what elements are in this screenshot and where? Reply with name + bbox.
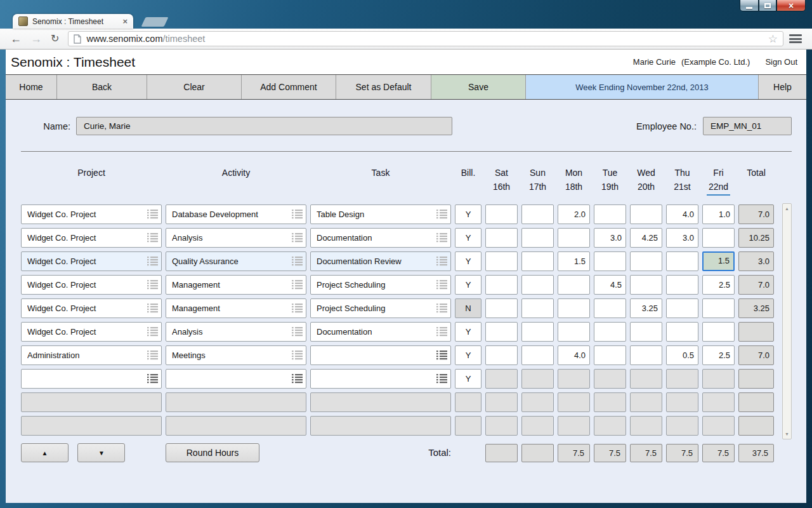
hours-cell[interactable] <box>702 228 735 248</box>
reload-icon[interactable]: ↻ <box>51 33 59 44</box>
billable-cell[interactable]: Y <box>455 275 481 295</box>
scroll-up-icon[interactable]: ▲ <box>783 206 791 211</box>
hours-cell[interactable] <box>630 204 662 224</box>
hours-cell[interactable] <box>485 228 518 248</box>
back-icon[interactable]: ← <box>10 33 22 44</box>
save-button[interactable]: Save <box>431 75 526 99</box>
hours-cell[interactable] <box>594 322 626 342</box>
close-button[interactable]: × <box>776 0 806 11</box>
hours-cell[interactable] <box>485 204 518 224</box>
activity-cell[interactable]: Analysis <box>166 322 306 342</box>
back-button[interactable]: Back <box>57 75 147 99</box>
hours-cell[interactable] <box>558 275 590 295</box>
hours-cell[interactable]: 1.5 <box>558 251 590 271</box>
hours-cell[interactable] <box>630 345 662 365</box>
hours-cell[interactable] <box>521 275 554 295</box>
maximize-button[interactable] <box>759 0 776 11</box>
hours-cell[interactable] <box>485 251 518 271</box>
hours-cell[interactable]: 0.5 <box>666 345 698 365</box>
hours-cell[interactable] <box>521 251 554 271</box>
list-icon[interactable] <box>292 233 303 243</box>
hours-cell[interactable] <box>521 345 554 365</box>
list-icon[interactable] <box>147 374 158 384</box>
hours-cell[interactable] <box>485 322 518 342</box>
list-icon[interactable] <box>147 210 158 219</box>
task-cell[interactable]: Documentation <box>310 322 451 342</box>
hours-cell[interactable] <box>666 275 698 295</box>
list-icon[interactable] <box>292 327 303 337</box>
activity-cell[interactable]: Database Development <box>166 204 306 224</box>
list-icon[interactable] <box>436 210 447 219</box>
list-icon[interactable] <box>292 351 303 360</box>
clear-button[interactable]: Clear <box>147 75 242 99</box>
hours-cell[interactable]: 4.5 <box>594 275 626 295</box>
list-icon[interactable] <box>436 304 447 313</box>
billable-cell[interactable]: Y <box>455 204 481 224</box>
bookmark-star-icon[interactable]: ☆ <box>768 32 778 46</box>
task-cell[interactable] <box>310 345 451 365</box>
minimize-button[interactable] <box>740 0 759 11</box>
round-hours-button[interactable]: Round Hours <box>166 443 259 462</box>
project-cell[interactable]: Widget Co. Project <box>21 251 162 271</box>
browser-tab[interactable]: Senomix : Timesheet × <box>13 14 133 29</box>
url-bar[interactable]: www.senomix.com/timesheet ☆ <box>68 31 783 46</box>
task-cell[interactable]: Project Scheduling <box>310 275 451 295</box>
list-icon[interactable] <box>436 233 447 243</box>
task-cell[interactable]: Documentation <box>310 228 451 248</box>
list-icon[interactable] <box>147 257 158 266</box>
hours-cell[interactable] <box>558 298 590 318</box>
hours-cell[interactable] <box>485 275 518 295</box>
hours-cell[interactable]: 2.0 <box>558 204 590 224</box>
billable-cell[interactable]: Y <box>455 345 481 365</box>
tab-close-icon[interactable]: × <box>122 17 128 26</box>
hours-cell[interactable] <box>594 251 626 271</box>
hours-cell[interactable] <box>666 322 698 342</box>
task-cell[interactable] <box>310 369 451 389</box>
project-cell[interactable]: Widget Co. Project <box>21 298 162 318</box>
hours-cell[interactable] <box>594 345 626 365</box>
billable-cell[interactable]: Y <box>455 251 481 271</box>
activity-cell[interactable]: Quality Assurance <box>166 251 306 271</box>
hours-cell[interactable] <box>702 298 735 318</box>
hours-cell[interactable] <box>558 322 590 342</box>
billable-cell[interactable]: Y <box>455 228 481 248</box>
list-icon[interactable] <box>436 351 447 360</box>
hours-cell[interactable]: 2.5 <box>702 275 735 295</box>
list-icon[interactable] <box>436 257 447 266</box>
move-row-down-button[interactable]: ▼ <box>77 443 125 462</box>
project-cell[interactable]: Widget Co. Project <box>21 275 162 295</box>
hours-cell-focused[interactable]: 1.5 <box>702 251 735 271</box>
hours-cell[interactable]: 1.0 <box>702 204 735 224</box>
hours-cell[interactable] <box>630 251 662 271</box>
hours-cell[interactable]: 4.25 <box>630 228 662 248</box>
hours-cell[interactable] <box>521 204 554 224</box>
activity-cell[interactable]: Management <box>166 298 306 318</box>
hours-cell[interactable] <box>485 298 518 318</box>
list-icon[interactable] <box>436 327 447 337</box>
task-cell[interactable]: Table Design <box>310 204 451 224</box>
menu-icon[interactable] <box>789 34 802 43</box>
activity-cell[interactable] <box>166 369 306 389</box>
billable-cell[interactable]: N <box>455 298 481 318</box>
project-cell[interactable]: Administration <box>21 345 162 365</box>
new-tab-button[interactable] <box>141 17 169 27</box>
list-icon[interactable] <box>292 280 303 290</box>
hours-cell[interactable] <box>558 228 590 248</box>
hours-cell[interactable] <box>594 298 626 318</box>
scroll-down-icon[interactable]: ▼ <box>783 432 791 436</box>
list-icon[interactable] <box>292 374 303 384</box>
project-cell[interactable]: Widget Co. Project <box>21 322 162 342</box>
set-as-default-button[interactable]: Set as Default <box>336 75 431 99</box>
list-icon[interactable] <box>436 280 447 290</box>
hours-cell[interactable]: 4.0 <box>558 345 590 365</box>
task-cell[interactable]: Project Scheduling <box>310 298 451 318</box>
list-icon[interactable] <box>436 374 447 384</box>
hours-cell[interactable] <box>630 275 662 295</box>
hours-cell[interactable]: 2.5 <box>702 345 735 365</box>
activity-cell[interactable]: Analysis <box>166 228 306 248</box>
hours-cell[interactable] <box>521 298 554 318</box>
project-cell[interactable]: Widget Co. Project <box>21 228 162 248</box>
project-cell[interactable] <box>21 369 162 389</box>
hours-cell[interactable] <box>702 322 735 342</box>
hours-cell[interactable] <box>521 322 554 342</box>
